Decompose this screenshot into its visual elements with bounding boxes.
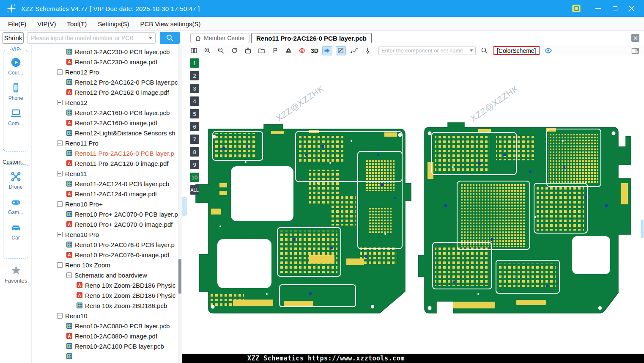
layer-button[interactable]: 5 [190,109,199,118]
tree-item[interactable]: Reno11 Pro-2AC126-0 PCB layer.p [32,148,178,158]
tree-item[interactable]: Reno11 Pro [32,138,178,148]
collapse-icon[interactable] [57,100,63,105]
layer-button[interactable]: 10 [190,173,199,182]
collapse-icon[interactable] [57,262,63,268]
zoom-out-button[interactable] [216,47,225,55]
document-tab[interactable]: Reno11 Pro-2AC126-0 PCB layer.pcb [251,33,372,43]
tree-item[interactable]: Schematic and boardview [32,270,178,280]
tree-item[interactable]: Reno11-2AC124-0 image.pdf [32,189,178,199]
close-tab-button[interactable] [631,34,639,42]
tree-item[interactable]: Reno10 Pro [32,229,178,239]
layer-button[interactable]: ALL [190,185,199,195]
collapse-icon[interactable] [57,313,63,319]
search-button[interactable] [160,32,180,44]
tree-item[interactable]: Reno12-2AC160-0 PCB layer.pcb [32,107,178,118]
select-arrow-button[interactable] [323,47,332,55]
refresh-button[interactable] [230,47,239,55]
collapse-icon[interactable] [57,171,63,176]
model-search-input[interactable] [27,35,146,41]
layer-panel-button[interactable] [630,47,640,55]
collapse-icon[interactable] [57,232,63,237]
flip-horizontal-button[interactable] [284,47,293,55]
tree-item[interactable]: Reno10 [32,311,178,321]
highlight-mode-button[interactable] [297,47,307,55]
sidebar-item-course[interactable]: Cour... [3,57,28,76]
export-button[interactable] [243,47,252,55]
tree-item[interactable]: Reno12 Pro-2AC162-0 image.pdf [32,87,178,97]
probe-pen-button[interactable] [363,47,373,55]
sidebar-item-phone[interactable]: Phone [3,82,28,101]
layer-button[interactable]: 9 [190,160,199,169]
sidebar-item-drone[interactable]: Drone [3,171,28,190]
sidebar-item-game[interactable]: Gam... [3,196,28,215]
tree-item[interactable]: Reno 10x Zoom-2BD186 Physic [32,280,178,290]
layer-button[interactable]: 3 [190,84,199,93]
collapse-icon[interactable] [66,272,72,278]
tree-item[interactable]: Reno11 [32,168,178,179]
collapse-icon[interactable] [57,140,63,146]
tree-scrollbar[interactable] [178,45,182,363]
vertical-scrollbar-thumb[interactable] [641,220,644,238]
collapse-panel-handle[interactable] [182,197,187,216]
tree-item[interactable]: Reno11-2AC124-0 PCB layer.pcb [32,179,178,189]
zoom-in-button[interactable] [203,47,212,55]
tree-item[interactable]: Reno12-Light&Distance Sensors sh [32,128,178,138]
diagonal-measure-button[interactable] [336,47,345,55]
sidebar-item-computer[interactable]: Com... [3,107,28,126]
tree-item[interactable]: Reno11 Pro-2AC126-0 image.pdf [32,158,178,168]
tree-item[interactable] [32,351,178,361]
shrink-button[interactable]: Shrink [3,32,24,44]
menu-item[interactable]: Settings(S) [92,17,134,30]
menu-item[interactable]: Tool(T) [62,17,93,30]
tree-item[interactable]: Reno10 Pro+ 2AC070-0-image.pdf [32,219,178,229]
net-search-button[interactable] [480,47,489,55]
chevron-down-icon[interactable] [146,37,155,39]
layer-button[interactable]: 7 [190,135,199,144]
tree-item[interactable]: Reno 10x Zoom-2BD186 Physic [32,290,178,300]
curve-tool-button[interactable] [350,47,359,55]
tree-item[interactable]: Reno 10x Zoom [32,260,178,270]
tree-item[interactable]: Reno10-2AC080-0 PCB layer.pcb [32,321,178,331]
menu-item[interactable]: File(F) [3,17,32,30]
visibility-button[interactable] [544,47,553,55]
menu-item[interactable]: VIP(V) [32,17,61,30]
tree-item-label: Reno11 Pro-2AC126-0 PCB layer.p [75,150,174,157]
sidebar-item-car[interactable]: Car [3,222,28,241]
member-center-button[interactable]: Member Center [190,33,249,43]
net-search-input[interactable] [379,47,468,54]
menu-item[interactable]: PCB View settings(S) [134,17,206,30]
layer-button[interactable]: 1 [190,58,199,68]
close-button[interactable] [625,3,638,14]
tree-item[interactable]: Reno12-2AC160-0 image.pdf [32,118,178,128]
tree-item[interactable]: Reno12 Pro-2AC162-0 PCB layer.pc [32,77,178,87]
tree-item[interactable]: Reno13-2AC230-0 PCB layer.pcb [32,47,178,57]
tree-item[interactable]: Reno10-2AC100 PCB layer.pcb [32,341,178,351]
chevron-down-icon[interactable] [468,50,475,52]
tree-item[interactable]: Reno10-2AC080-0 image.pdf [32,331,178,341]
collapse-icon[interactable] [57,201,63,207]
three-d-button[interactable]: 3D [311,47,318,54]
maximize-button[interactable] [608,3,621,14]
tree-item[interactable]: Reno12 Pro [32,67,178,77]
layer-button[interactable]: 4 [190,96,199,106]
collapse-icon[interactable] [57,69,63,75]
colorscheme-button[interactable]: [ColorScheme] [493,46,540,55]
top-toolbar: Shrink Member Center Reno11 Pro-2AC126-0… [0,31,644,45]
layer-button[interactable]: 2 [190,71,199,80]
pcb-canvas[interactable]: XZZ@XZZHK XZZ@XZZHK [182,56,644,354]
layer-button[interactable]: 8 [190,147,199,157]
tree-item[interactable]: Reno10 Pro-2AC076-0 PCB layer.p [32,239,178,250]
split-view-button[interactable] [189,47,198,55]
tree-item[interactable]: Reno12 [32,97,178,107]
layer-button[interactable]: 6 [190,122,199,131]
tree-item[interactable]: Reno 10x Zoom-2BD186.pcb [32,300,178,311]
tree-scrollbar-thumb[interactable] [178,259,181,294]
tree-item[interactable]: Reno10 Pro+ [32,199,178,209]
sidebar-item-favorites[interactable]: Favorites [0,264,32,284]
tree-item[interactable]: Reno10 Pro+ 2AC070-0 PCB layer.p [32,209,178,219]
minimize-button[interactable] [592,3,604,14]
tree-item[interactable]: Reno13-2AC230-0 image.pdf [32,57,178,67]
open-folder-button[interactable] [257,47,266,55]
flag-pin-button[interactable] [270,47,280,55]
tree-item[interactable]: Reno10 Pro-2AC076-0-image.pdf [32,250,178,260]
